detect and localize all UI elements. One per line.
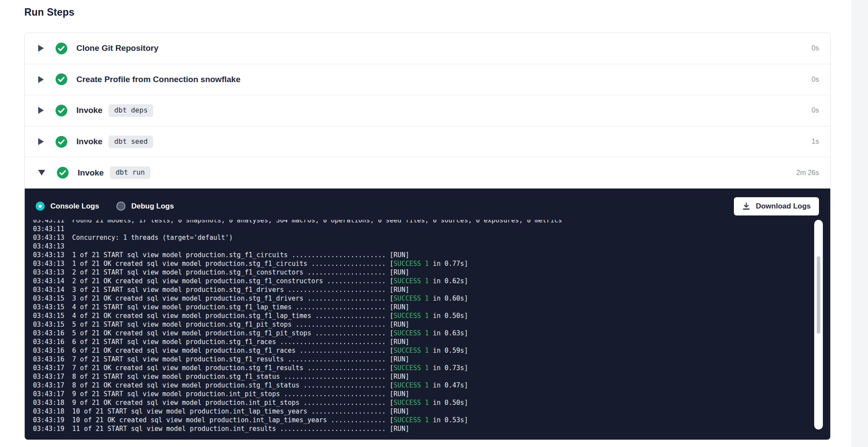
console-log-output[interactable]: 03:43:11 Found 21 models, 17 tests, 0 sn… bbox=[25, 220, 830, 440]
step-row[interactable]: Invoke dbt seed 1s bbox=[25, 126, 830, 158]
log-line: 03:43:17 8 of 21 OK created sql view mod… bbox=[33, 381, 830, 390]
log-line: 03:43:13 2 of 21 START sql view model pr… bbox=[33, 268, 830, 277]
log-line: 03:43:15 4 of 21 OK created sql view mod… bbox=[33, 311, 830, 320]
radio-unselected-icon[interactable] bbox=[116, 202, 125, 211]
log-line: 03:43:16 6 of 21 OK created sql view mod… bbox=[33, 346, 830, 355]
log-line: 03:43:18 9 of 21 OK created sql view mod… bbox=[33, 398, 830, 407]
log-line: 03:43:17 7 of 21 OK created sql view mod… bbox=[33, 364, 830, 372]
log-line: 03:43:13 Concurrency: 1 threads (target=… bbox=[33, 233, 830, 242]
download-logs-button[interactable]: Download Logs bbox=[734, 197, 819, 215]
chevron-right-icon[interactable] bbox=[38, 138, 44, 145]
console-scrollbar-thumb[interactable] bbox=[817, 256, 820, 334]
download-icon bbox=[742, 202, 750, 210]
log-line: 03:43:11 Found 21 models, 17 tests, 0 sn… bbox=[33, 220, 830, 225]
log-type-radio-group: Console Logs Debug Logs bbox=[36, 202, 174, 211]
log-line: 03:43:17 8 of 21 START sql view model pr… bbox=[33, 372, 830, 381]
radio-label: Console Logs bbox=[50, 202, 99, 211]
step-command-badge: dbt seed bbox=[108, 136, 153, 148]
log-success-text: SUCCESS 1 bbox=[394, 399, 429, 407]
step-label: Invoke bbox=[78, 168, 104, 178]
log-success-text: SUCCESS 1 bbox=[394, 260, 429, 268]
step-label: Clone Git Repository bbox=[76, 43, 158, 53]
log-line: 03:43:13 1 of 21 START sql view model pr… bbox=[33, 251, 830, 259]
console-scrollbar-track[interactable] bbox=[814, 220, 823, 430]
success-check-icon bbox=[56, 43, 67, 54]
log-line: 03:43:14 3 of 21 START sql view model pr… bbox=[33, 285, 830, 294]
log-success-text: SUCCESS 1 bbox=[394, 416, 429, 424]
log-success-text: SUCCESS 1 bbox=[394, 295, 429, 302]
chevron-right-icon[interactable] bbox=[38, 76, 44, 83]
log-success-text: SUCCESS 1 bbox=[394, 347, 429, 354]
log-line: 03:43:16 6 of 21 START sql view model pr… bbox=[33, 338, 830, 346]
page-title: Run Steps bbox=[24, 7, 75, 18]
step-row[interactable]: Create Profile from Connection snowflake… bbox=[25, 64, 830, 96]
step-row[interactable]: Invoke dbt deps 0s bbox=[25, 95, 830, 126]
radio-label: Debug Logs bbox=[131, 202, 174, 211]
step-duration: 1s bbox=[812, 138, 819, 146]
step-command-badge: dbt run bbox=[110, 166, 150, 179]
radio-selected-icon[interactable] bbox=[36, 202, 45, 211]
log-success-text: SUCCESS 1 bbox=[394, 381, 429, 389]
step-command-badge: dbt deps bbox=[108, 104, 153, 117]
step-duration: 0s bbox=[812, 106, 819, 114]
success-check-icon bbox=[56, 136, 67, 148]
log-line: 03:43:17 9 of 21 START sql view model pr… bbox=[33, 390, 830, 398]
log-line: 03:43:15 3 of 21 OK created sql view mod… bbox=[33, 294, 830, 303]
page-right-gutter bbox=[852, 0, 868, 447]
chevron-right-icon[interactable] bbox=[38, 45, 44, 52]
log-success-text: SUCCESS 1 bbox=[394, 329, 429, 337]
log-type-radio[interactable]: Debug Logs bbox=[116, 202, 174, 211]
run-steps-list: Clone Git Repository 0s Create Profile f… bbox=[25, 33, 830, 189]
log-line: 03:43:15 4 of 21 START sql view model pr… bbox=[33, 303, 830, 311]
log-line: 03:43:11 bbox=[33, 225, 830, 233]
step-label: Invoke bbox=[76, 137, 102, 146]
console-header: Console Logs Debug Logs Download Logs bbox=[25, 189, 830, 220]
run-steps-card: Clone Git Repository 0s Create Profile f… bbox=[24, 33, 831, 440]
step-row[interactable]: Clone Git Repository 0s bbox=[25, 33, 830, 64]
chevron-down-icon[interactable] bbox=[38, 170, 45, 175]
log-line: 03:43:14 2 of 21 OK created sql view mod… bbox=[33, 277, 830, 285]
log-success-text: SUCCESS 1 bbox=[394, 277, 429, 285]
success-check-icon bbox=[57, 167, 69, 179]
download-logs-label: Download Logs bbox=[756, 202, 811, 211]
log-line: 03:43:16 5 of 21 OK created sql view mod… bbox=[33, 329, 830, 338]
chevron-right-icon[interactable] bbox=[38, 107, 44, 114]
log-line: 03:43:13 1 of 21 OK created sql view mod… bbox=[33, 259, 830, 268]
log-type-radio[interactable]: Console Logs bbox=[36, 202, 99, 211]
success-check-icon bbox=[56, 73, 67, 85]
log-line: 03:43:15 5 of 21 START sql view model pr… bbox=[33, 320, 830, 329]
log-success-text: SUCCESS 1 bbox=[394, 364, 429, 372]
log-line: 03:43:18 10 of 21 START sql view model p… bbox=[33, 407, 830, 416]
console-panel: Console Logs Debug Logs Download Logs 03… bbox=[25, 189, 830, 440]
success-check-icon bbox=[56, 105, 67, 116]
log-line: 03:43:19 10 of 21 OK created sql view mo… bbox=[33, 416, 830, 424]
step-row[interactable]: Invoke dbt run 2m 26s bbox=[25, 157, 830, 189]
log-line: 03:43:16 7 of 21 START sql view model pr… bbox=[33, 355, 830, 364]
step-duration: 2m 26s bbox=[796, 169, 819, 177]
step-duration: 0s bbox=[812, 44, 819, 52]
log-line: 03:43:19 11 of 21 START sql view model p… bbox=[33, 424, 830, 433]
step-label: Create Profile from Connection snowflake bbox=[76, 75, 240, 84]
step-duration: 0s bbox=[812, 76, 819, 83]
log-success-text: SUCCESS 1 bbox=[394, 312, 429, 320]
step-label: Invoke bbox=[76, 106, 102, 115]
log-line: 03:43:13 bbox=[33, 242, 830, 251]
